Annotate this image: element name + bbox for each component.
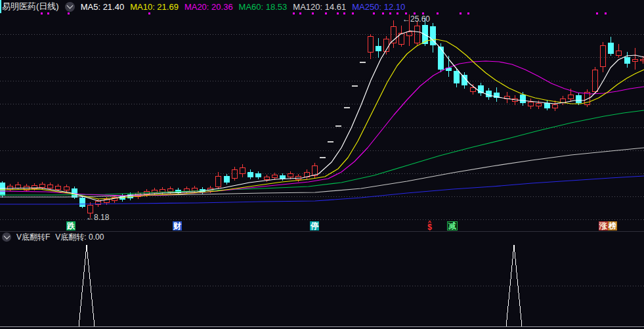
high-price-label: ←25.60: [402, 15, 430, 24]
chart-marker-bang-list[interactable]: 榜: [608, 221, 617, 230]
candle-down: [438, 47, 444, 70]
candle-down: [520, 95, 526, 103]
candle-up: [272, 175, 277, 178]
candle-up: [632, 60, 637, 62]
ma60-legend: MA60: 18.53: [239, 2, 288, 12]
candle-up: [552, 105, 557, 108]
candle-up: [47, 185, 53, 188]
marker-glyph: 财: [173, 221, 181, 230]
ma250-legend: MA250: 12.10: [352, 2, 405, 12]
marker-glyph: $: [427, 224, 432, 230]
marker-glyph: 跌: [67, 221, 75, 230]
low-price-label: ←8.18: [86, 213, 109, 222]
limit-dash-candle: [335, 125, 341, 127]
ma20-legend: MA20: 20.36: [184, 2, 233, 12]
candle-up: [600, 46, 605, 67]
indicator-name: V底翻转F: [16, 232, 50, 243]
ma120-legend: MA120: 14.61: [293, 2, 346, 12]
chart-marker-jian-reduce[interactable]: 减: [447, 221, 458, 230]
candle-up: [232, 170, 237, 179]
candle-up: [264, 177, 269, 180]
candle-down: [280, 175, 286, 179]
chart-marker-ting-halt[interactable]: 停: [310, 221, 319, 230]
chart-marker-cai-finance[interactable]: 财: [173, 221, 182, 230]
candle-down: [0, 183, 5, 196]
candle-down: [255, 173, 261, 177]
ma-line-MA120: [0, 148, 644, 197]
candle-up: [640, 60, 644, 61]
candle-down: [544, 103, 550, 108]
candle-down: [576, 95, 582, 103]
candle-up: [55, 186, 60, 190]
candle-up: [7, 186, 12, 190]
sub-panel-header: V底翻转F V底翻转: 0.00: [2, 232, 104, 242]
candle-down: [224, 176, 230, 183]
candle-down: [247, 172, 253, 177]
indicator-spike: [506, 245, 522, 326]
indicator-value: V底翻转: 0.00: [55, 232, 104, 243]
chart-marker-die-fall[interactable]: 跌: [66, 221, 75, 230]
candle-up: [87, 206, 93, 213]
candle-up: [616, 51, 621, 56]
ma-line-MA5: [0, 31, 644, 201]
candle-up: [568, 95, 573, 99]
candle-up: [470, 88, 475, 92]
limit-dash-candle: [352, 85, 358, 87]
stock-title: 易明医药(日线): [2, 1, 59, 12]
chart-marker-dollar-sell[interactable]: ^$: [425, 221, 434, 230]
chart-marker-zhang-rise[interactable]: 涨: [599, 221, 608, 230]
main-chart-header: 易明医药(日线) MA5: 21.40 MA10: 21.69 MA20: 20…: [0, 0, 644, 13]
candle-down: [624, 57, 630, 64]
ma5-legend: MA5: 21.40: [81, 2, 125, 12]
candle-up: [215, 177, 221, 187]
candle-down: [376, 46, 381, 51]
candle-up: [39, 185, 45, 188]
marker-glyph: 减: [448, 221, 456, 230]
chevron-down-icon: [3, 233, 10, 240]
candle-up: [368, 37, 373, 53]
candle-up: [192, 188, 197, 191]
candle-down: [79, 198, 85, 207]
candle-down: [608, 43, 614, 54]
chart-canvas[interactable]: [0, 0, 644, 329]
limit-dash-candle: [360, 62, 366, 63]
marker-glyph: 榜: [609, 221, 616, 230]
chevron-down-icon: [66, 3, 73, 9]
candle-up: [288, 174, 293, 177]
candle-up: [64, 187, 69, 190]
candle-up: [160, 190, 165, 192]
ma-line-MA10: [0, 39, 644, 199]
candle-up: [167, 189, 173, 192]
limit-dash-candle: [344, 107, 350, 108]
candle-up: [406, 32, 412, 36]
candle-down: [454, 71, 460, 83]
marker-glyph: 涨: [599, 221, 607, 230]
ma10-legend: MA10: 21.69: [130, 2, 179, 12]
marker-glyph: 停: [311, 221, 318, 230]
collapse-main-button[interactable]: [65, 2, 75, 12]
collapse-sub-button[interactable]: [2, 232, 11, 242]
candle-up: [15, 185, 20, 188]
candle-up: [240, 168, 245, 174]
limit-dash-candle: [328, 141, 333, 143]
limit-dash-candle: [320, 157, 326, 158]
